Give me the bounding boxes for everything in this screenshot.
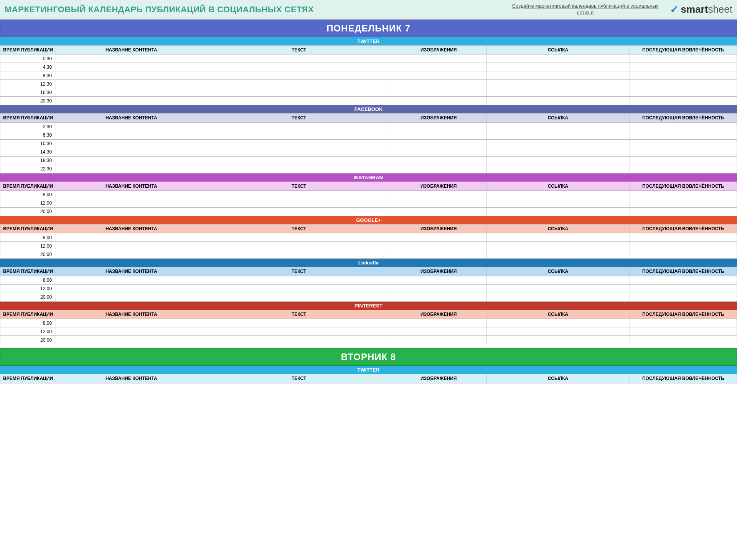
time-cell[interactable]: 12:00 — [0, 284, 56, 293]
time-cell[interactable]: 20:00 — [0, 250, 56, 259]
content-cell[interactable] — [56, 63, 207, 71]
content-cell[interactable] — [56, 165, 207, 173]
time-cell[interactable]: 12:00 — [0, 242, 56, 250]
engagement-cell[interactable] — [630, 165, 737, 173]
engagement-cell[interactable] — [630, 88, 737, 97]
time-cell[interactable]: 10:30 — [0, 139, 56, 148]
engagement-cell[interactable] — [630, 80, 737, 88]
time-cell[interactable]: 8:30 — [0, 71, 56, 80]
content-cell[interactable] — [56, 80, 207, 88]
content-cell[interactable] — [56, 156, 207, 165]
content-cell[interactable] — [56, 293, 207, 301]
link-cell[interactable] — [486, 122, 630, 131]
engagement-cell[interactable] — [630, 250, 737, 259]
time-cell[interactable]: 8:00 — [0, 319, 56, 327]
link-cell[interactable] — [486, 336, 630, 344]
text-cell[interactable] — [207, 293, 391, 301]
link-cell[interactable] — [486, 139, 630, 148]
content-cell[interactable] — [56, 122, 207, 131]
content-cell[interactable] — [56, 139, 207, 148]
images-cell[interactable] — [391, 55, 486, 63]
link-cell[interactable] — [486, 71, 630, 80]
text-cell[interactable] — [207, 122, 391, 131]
content-cell[interactable] — [56, 131, 207, 139]
time-cell[interactable]: 8:00 — [0, 276, 56, 284]
engagement-cell[interactable] — [630, 190, 737, 199]
time-cell[interactable]: 20:00 — [0, 207, 56, 216]
link-cell[interactable] — [486, 327, 630, 336]
link-cell[interactable] — [486, 250, 630, 259]
engagement-cell[interactable] — [630, 319, 737, 327]
content-cell[interactable] — [56, 190, 207, 199]
images-cell[interactable] — [391, 242, 486, 250]
images-cell[interactable] — [391, 131, 486, 139]
text-cell[interactable] — [207, 284, 391, 293]
link-cell[interactable] — [486, 156, 630, 165]
images-cell[interactable] — [391, 139, 486, 148]
content-cell[interactable] — [56, 327, 207, 336]
engagement-cell[interactable] — [630, 336, 737, 344]
text-cell[interactable] — [207, 250, 391, 259]
content-cell[interactable] — [56, 199, 207, 207]
text-cell[interactable] — [207, 97, 391, 105]
text-cell[interactable] — [207, 165, 391, 173]
link-cell[interactable] — [486, 207, 630, 216]
text-cell[interactable] — [207, 190, 391, 199]
time-cell[interactable]: 20:00 — [0, 293, 56, 301]
time-cell[interactable]: 12:30 — [0, 80, 56, 88]
engagement-cell[interactable] — [630, 327, 737, 336]
link-cell[interactable] — [486, 199, 630, 207]
engagement-cell[interactable] — [630, 233, 737, 242]
content-cell[interactable] — [56, 242, 207, 250]
engagement-cell[interactable] — [630, 131, 737, 139]
text-cell[interactable] — [207, 199, 391, 207]
text-cell[interactable] — [207, 156, 391, 165]
text-cell[interactable] — [207, 233, 391, 242]
content-cell[interactable] — [56, 276, 207, 284]
images-cell[interactable] — [391, 276, 486, 284]
images-cell[interactable] — [391, 122, 486, 131]
content-cell[interactable] — [56, 71, 207, 80]
create-calendar-link[interactable]: Создайте маркетинговый календарь публика… — [509, 3, 662, 16]
time-cell[interactable]: 0:30 — [0, 55, 56, 63]
images-cell[interactable] — [391, 88, 486, 97]
link-cell[interactable] — [486, 319, 630, 327]
engagement-cell[interactable] — [630, 199, 737, 207]
brand-logo[interactable]: ✓ smartsheet — [670, 3, 732, 16]
engagement-cell[interactable] — [630, 63, 737, 71]
time-cell[interactable]: 8:00 — [0, 190, 56, 199]
images-cell[interactable] — [391, 327, 486, 336]
link-cell[interactable] — [486, 165, 630, 173]
time-cell[interactable]: 12:00 — [0, 199, 56, 207]
engagement-cell[interactable] — [630, 207, 737, 216]
link-cell[interactable] — [486, 233, 630, 242]
engagement-cell[interactable] — [630, 284, 737, 293]
content-cell[interactable] — [56, 336, 207, 344]
content-cell[interactable] — [56, 284, 207, 293]
engagement-cell[interactable] — [630, 71, 737, 80]
engagement-cell[interactable] — [630, 55, 737, 63]
images-cell[interactable] — [391, 336, 486, 344]
images-cell[interactable] — [391, 148, 486, 156]
link-cell[interactable] — [486, 148, 630, 156]
text-cell[interactable] — [207, 71, 391, 80]
time-cell[interactable]: 20:30 — [0, 97, 56, 105]
images-cell[interactable] — [391, 156, 486, 165]
engagement-cell[interactable] — [630, 148, 737, 156]
engagement-cell[interactable] — [630, 156, 737, 165]
link-cell[interactable] — [486, 63, 630, 71]
time-cell[interactable]: 20:00 — [0, 336, 56, 344]
images-cell[interactable] — [391, 165, 486, 173]
engagement-cell[interactable] — [630, 293, 737, 301]
link-cell[interactable] — [486, 242, 630, 250]
images-cell[interactable] — [391, 199, 486, 207]
text-cell[interactable] — [207, 55, 391, 63]
images-cell[interactable] — [391, 71, 486, 80]
time-cell[interactable]: 18:30 — [0, 156, 56, 165]
time-cell[interactable]: 4:30 — [0, 63, 56, 71]
time-cell[interactable]: 8:00 — [0, 233, 56, 242]
time-cell[interactable]: 16:30 — [0, 88, 56, 97]
engagement-cell[interactable] — [630, 139, 737, 148]
text-cell[interactable] — [207, 207, 391, 216]
content-cell[interactable] — [56, 55, 207, 63]
